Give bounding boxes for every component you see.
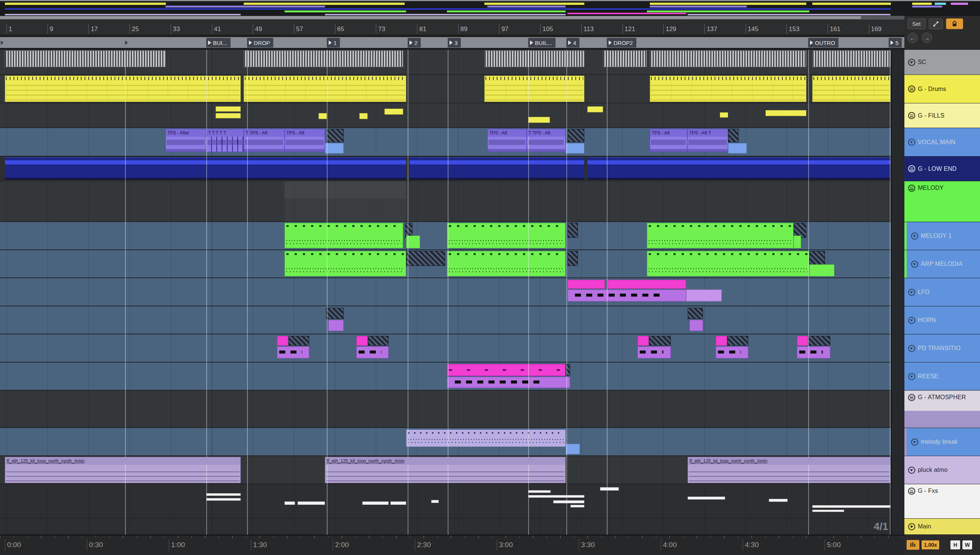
clip-block[interactable]: [570, 505, 584, 507]
fold-icon[interactable]: [911, 261, 918, 268]
clip-block[interactable]: [216, 113, 241, 118]
track-header-g-drums[interactable]: G - Drums: [905, 75, 980, 103]
clip-block[interactable]: [285, 502, 295, 505]
hatched-clip[interactable]: [565, 364, 570, 376]
clip-block[interactable]: [277, 336, 288, 346]
fold-icon[interactable]: [911, 233, 918, 240]
clip-block[interactable]: [206, 493, 241, 496]
track-header-g-fxs[interactable]: G - Fxs: [905, 484, 980, 519]
group-icon[interactable]: [908, 488, 915, 495]
bar-ruler[interactable]: 1917253341495765738189971051131211291371…: [0, 19, 905, 35]
clip-block[interactable]: [797, 336, 808, 346]
track-header-horn[interactable]: HORN: [905, 306, 980, 334]
sidechain-trigger-clip[interactable]: [603, 51, 647, 67]
hatched-clip[interactable]: [649, 336, 671, 346]
fold-icon[interactable]: [908, 317, 915, 324]
arrangement-locator[interactable]: BUI...: [206, 38, 231, 48]
zoom-level-badge[interactable]: 1.00x: [922, 541, 939, 549]
clip-block[interactable]: [812, 505, 890, 508]
horizontal-scrollbar[interactable]: [0, 16, 905, 19]
arrangement-locator[interactable]: [125, 38, 128, 48]
drums-midi-clip[interactable]: [5, 75, 241, 102]
vocal-audio-clip[interactable]: TPS - Aft: [487, 129, 527, 152]
purple-midi-clip[interactable]: [797, 346, 830, 358]
clip-block[interactable]: [794, 236, 801, 248]
clip-block[interactable]: [553, 500, 584, 503]
track-lane-melody-1[interactable]: [0, 222, 891, 250]
arrangement-locator[interactable]: 1: [327, 38, 340, 48]
track-lane-sc[interactable]: [0, 50, 891, 75]
track-header-melody-1[interactable]: MELODY 1: [905, 222, 980, 250]
magenta-midi-clip[interactable]: [447, 364, 565, 376]
clip-block[interactable]: [406, 236, 420, 248]
clip-block[interactable]: [431, 500, 439, 503]
arrangement-locator[interactable]: DROP: [247, 38, 273, 48]
scrollbar-handle[interactable]: [0, 16, 861, 19]
clip-block[interactable]: [686, 289, 722, 302]
track-lane-g-fxs[interactable]: [0, 484, 891, 519]
clip-block[interactable]: [391, 502, 406, 505]
clip-block[interactable]: [565, 444, 580, 454]
track-lane-g-atmospher[interactable]: [0, 391, 891, 428]
drums-midi-clip[interactable]: [650, 75, 806, 102]
clip-block[interactable]: [384, 109, 403, 115]
clip-block[interactable]: [567, 280, 605, 289]
clip-block[interactable]: [688, 497, 725, 500]
melody-midi-clip[interactable]: [285, 223, 403, 248]
low-end-clip[interactable]: [410, 157, 584, 180]
sidechain-trigger-clip[interactable]: [484, 51, 584, 67]
purple-midi-clip[interactable]: [716, 346, 748, 358]
purple-midi-clip[interactable]: [447, 377, 570, 388]
track-lane-horn[interactable]: [0, 306, 891, 334]
fold-icon[interactable]: [911, 438, 918, 446]
track-header-melody[interactable]: MELODY: [905, 181, 980, 222]
clip-block[interactable]: [637, 336, 649, 346]
clip-block[interactable]: [325, 143, 344, 154]
clip-block[interactable]: [362, 502, 389, 505]
clip-block[interactable]: [216, 106, 241, 112]
track-header-g-atmospher[interactable]: G - ATMOSPHER: [905, 391, 980, 428]
track-header-pd-transitio[interactable]: PD TRANSITIO: [905, 334, 980, 363]
track-lane-g-low-end[interactable]: [0, 157, 891, 181]
track-lane-vocal-main[interactable]: TPS - AfterT T T T TT TPS - AftTPS - Aft…: [0, 128, 891, 157]
audio-loop-clip[interactable]: ff_eth_125_kit_loop_north_synth_Amin: [5, 457, 241, 483]
group-icon[interactable]: [908, 85, 915, 93]
clip-block[interactable]: [587, 106, 603, 112]
track-header-melody-break[interactable]: melody break: [905, 428, 980, 456]
audio-loop-clip[interactable]: ff_eth_125_kit_loop_north_synth_Amin: [325, 457, 565, 483]
arrangement-locator[interactable]: 2: [408, 38, 421, 48]
clip-block[interactable]: [528, 495, 584, 498]
clip-block[interactable]: [298, 502, 325, 505]
clip-block[interactable]: [690, 320, 703, 331]
fold-icon[interactable]: [908, 139, 915, 146]
sidechain-trigger-clip[interactable]: [5, 51, 165, 67]
clip-block[interactable]: [720, 112, 728, 117]
purple-midi-clip[interactable]: [356, 346, 389, 358]
lock-icon[interactable]: [946, 18, 963, 29]
clip-block[interactable]: [809, 265, 834, 276]
track-lane-lfo[interactable]: [0, 278, 891, 306]
hatched-clip[interactable]: [809, 336, 830, 346]
track-lane-arp-melodia[interactable]: [0, 250, 891, 278]
track-lane-melody[interactable]: [0, 181, 891, 222]
clip-block[interactable]: [359, 113, 368, 119]
track-lane-melody-break[interactable]: [0, 428, 891, 456]
melody-midi-clip[interactable]: [447, 251, 565, 276]
arrangement-locator[interactable]: 4: [566, 38, 580, 48]
clip-block[interactable]: [528, 117, 550, 123]
time-ruler[interactable]: 0:000:301:001:302:002:303:003:304:004:30…: [0, 535, 905, 555]
track-lane-g-drums[interactable]: [0, 75, 891, 103]
hatched-clip[interactable]: [326, 308, 344, 319]
hatched-clip[interactable]: [727, 336, 748, 346]
marker-scrub-row[interactable]: BUI...DROP123BUIL...4DROP2OUTRO5: [0, 37, 905, 49]
clip-block[interactable]: [728, 143, 747, 154]
arrangement-locator[interactable]: OUTRO: [808, 38, 839, 48]
vocal-audio-clip[interactable]: T TPS - Aft: [244, 129, 285, 152]
vocal-audio-clip[interactable]: TPS - Aft T: [687, 129, 728, 152]
clip-block[interactable]: [812, 510, 844, 512]
track-header-sc[interactable]: SC: [905, 50, 980, 75]
low-end-clip[interactable]: [5, 157, 406, 180]
clip-block[interactable]: [319, 113, 327, 119]
group-icon[interactable]: [908, 165, 915, 172]
hatched-clip[interactable]: [288, 336, 309, 346]
